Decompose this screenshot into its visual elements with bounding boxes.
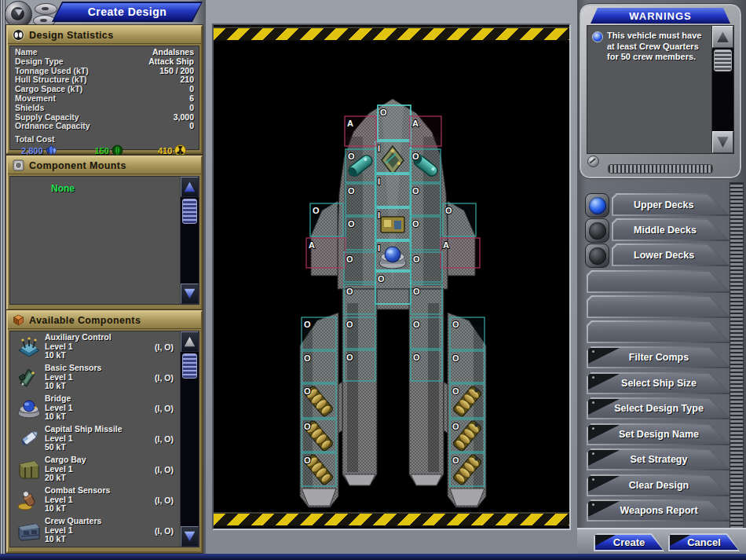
- stat-row: Movement6: [10, 94, 199, 104]
- capital-ship-missile-icon: [13, 427, 45, 451]
- select-ship-size-button[interactable]: Select Ship Size: [587, 372, 731, 394]
- scroll-up-button[interactable]: [181, 331, 199, 352]
- available-components-scrollbar[interactable]: [180, 331, 199, 547]
- upper-decks-button[interactable]: Upper Decks: [612, 193, 730, 216]
- component-size: 10 kT: [45, 351, 141, 361]
- slot-letter: O: [304, 320, 311, 329]
- deck-led-ball-2: [589, 247, 606, 265]
- mount-icon: [13, 159, 24, 171]
- slot-letter: O: [412, 186, 419, 196]
- window-menu-button[interactable]: [5, 1, 32, 28]
- warnings-title: WARNINGS: [629, 10, 692, 22]
- component-list-item[interactable]: BridgeLevel 110 kT (I, O): [10, 393, 180, 423]
- stat-row: Shields0: [10, 104, 199, 113]
- slot-letter: O: [348, 186, 355, 196]
- component-list-item[interactable]: Combat SensorsLevel 110 kT (I, O): [10, 485, 180, 515]
- scroll-down-button[interactable]: [181, 284, 199, 304]
- cancel-button[interactable]: Cancel: [668, 533, 740, 551]
- slot-letter: O: [413, 287, 420, 296]
- slot-letter: I: [378, 243, 380, 253]
- cargo-bay-icon: [13, 458, 45, 481]
- component-list-item[interactable]: Basic SensorsLevel 110 kT (I, O): [10, 362, 180, 393]
- slot-letter: O: [304, 386, 311, 396]
- radioactives-icon: [174, 145, 186, 156]
- combat-sensors-icon: [13, 489, 45, 512]
- set-design-name-button[interactable]: Set Design Name: [587, 423, 731, 445]
- arrow-up-icon: [717, 31, 730, 43]
- window-minimize-button[interactable]: [35, 3, 57, 15]
- arrow-up-icon: [184, 181, 196, 192]
- slot-letter: O: [412, 152, 419, 161]
- warnings-scrollbar[interactable]: [711, 26, 733, 153]
- ship-slot-I-4[interactable]: [375, 241, 411, 270]
- scroll-track[interactable]: [181, 225, 199, 284]
- deck-radio-upper[interactable]: [585, 193, 609, 218]
- scroll-up-button[interactable]: [712, 26, 733, 48]
- bridge-icon: [13, 397, 45, 420]
- slot-letter: O: [452, 456, 459, 465]
- component-slot-types: (I, O): [141, 404, 177, 413]
- design-viewport-frame: OIIIIOAAOOOOOOOOAAOOOOOOOOOOOOOOOOOO: [206, 0, 577, 560]
- arrow-up-icon: [184, 336, 196, 347]
- side-ribs: [730, 182, 744, 531]
- page-title: Create Design: [88, 5, 167, 18]
- right-sidebar: WARNINGS This vehicle must have at least…: [577, 0, 746, 554]
- clear-design-button[interactable]: Clear Design: [587, 474, 731, 496]
- scroll-thumb[interactable]: [182, 199, 197, 224]
- slot-letter: O: [412, 219, 419, 229]
- radioactives-cost: 410: [158, 146, 172, 156]
- slot-letter: O: [304, 353, 311, 363]
- slot-letter: O: [346, 287, 353, 296]
- create-design-window: Create Design Design Statistics NameAnda…: [0, 0, 746, 560]
- component-list-item[interactable]: Crew QuartersLevel 110 kT (I, O): [10, 515, 180, 546]
- scroll-down-button[interactable]: [712, 131, 733, 153]
- component-mounts-scrollbar[interactable]: [180, 177, 199, 304]
- minimize-icon: [42, 7, 49, 10]
- scroll-down-button[interactable]: [181, 526, 199, 547]
- title-banner: Create Design: [52, 2, 203, 22]
- component-size: 10 kT: [45, 535, 141, 544]
- slot-letter: O: [304, 456, 311, 465]
- deck-led-ball-0: [589, 197, 606, 214]
- design-statistics-header: Design Statistics: [8, 27, 201, 44]
- slot-letter: O: [304, 422, 311, 431]
- warning-message-row: This vehicle must have at least Crew Qua…: [587, 26, 711, 153]
- middle-decks-button[interactable]: Middle Decks: [612, 218, 730, 241]
- ship-slot-I-1[interactable]: [375, 141, 411, 173]
- component-list-item[interactable]: Capital Ship MissileLevel 150 kT (I, O): [10, 423, 180, 454]
- scroll-thumb[interactable]: [182, 353, 197, 379]
- set-strategy-button[interactable]: Set Strategy: [587, 448, 731, 470]
- blank-button-slot: [587, 320, 731, 343]
- filter-comps-button[interactable]: Filter Comps: [587, 346, 731, 368]
- panel-grip-ribs: [608, 164, 713, 174]
- mounts-empty-text: None: [51, 183, 75, 194]
- component-size: 10 kT: [45, 382, 141, 391]
- component-slot-types: (I, O): [141, 342, 177, 352]
- scroll-track[interactable]: [712, 73, 733, 131]
- arrow-down-icon: [184, 531, 196, 542]
- scroll-up-button[interactable]: [181, 177, 199, 197]
- slot-letter: A: [443, 240, 449, 250]
- component-slot-types: (I, O): [141, 434, 177, 444]
- deck-radio-middle[interactable]: [585, 218, 609, 243]
- ship-slot-I-2[interactable]: [375, 174, 411, 207]
- scroll-thumb[interactable]: [714, 49, 732, 71]
- minerals-cost: 2,800: [21, 146, 43, 156]
- component-list-item[interactable]: Cargo BayLevel 120 kT (I, O): [10, 454, 180, 485]
- slot-letter: A: [309, 240, 315, 250]
- slot-letter: I: [378, 144, 380, 153]
- lower-decks-button[interactable]: Lower Decks: [612, 243, 730, 266]
- component-mounts-panel: Component Mounts None: [6, 156, 203, 310]
- component-list-item[interactable]: Auxiliary ControlLevel 110 kT (I, O): [10, 331, 180, 362]
- window-bottom-strip: [0, 554, 746, 560]
- select-design-type-button[interactable]: Select Design Type: [587, 397, 731, 419]
- available-components-header: Available Components: [8, 312, 201, 329]
- slot-letter: O: [452, 422, 459, 431]
- deck-radio-lower[interactable]: [585, 243, 609, 268]
- corner-flap: [595, 535, 616, 546]
- total-cost-label: Total Cost: [10, 131, 199, 144]
- ship-slot-I-3[interactable]: [375, 208, 411, 240]
- scroll-track[interactable]: [181, 380, 199, 526]
- component-size: 10 kT: [45, 412, 141, 422]
- weapons-report-button[interactable]: Weapons Report: [587, 500, 731, 522]
